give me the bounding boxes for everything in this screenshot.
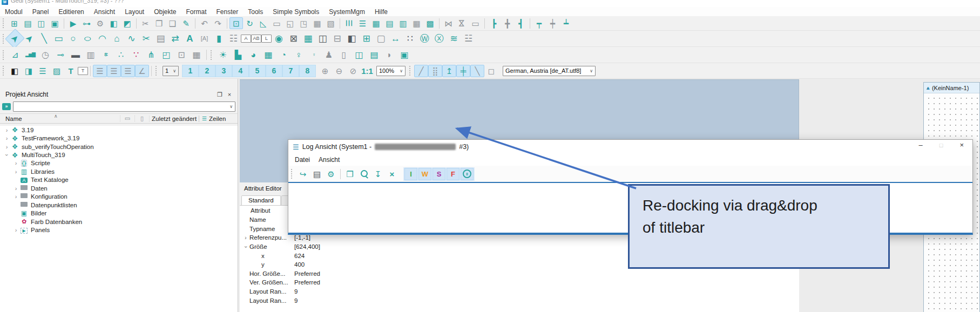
minimize-button[interactable]: – [919,141,923,149]
tree-item[interactable]: ›Panels [0,226,238,234]
filter-f-button[interactable]: F [447,168,459,180]
layout-table-icon[interactable]: ▦ [410,17,423,29]
toolbar-drag-handle[interactable] [211,50,214,60]
copy-icon[interactable]: ❐ [152,17,166,29]
attribute-row[interactable]: Layout Ran...9 [240,287,799,296]
symbol-marker-icon[interactable]: ♀ [306,48,321,62]
maximize-button[interactable]: □ [940,142,943,148]
distribute-columns-icon[interactable]: ☰ [343,17,355,30]
tree-item[interactable]: ›sub_verifyTouchOperation [0,143,238,151]
project-filter-input[interactable]: ∨ [13,101,235,112]
layer-select[interactable]: 1 ∨ [163,66,179,76]
float-panel-icon[interactable]: ❐ [215,90,225,99]
rotate-mode-icon[interactable]: ↻ [243,17,256,29]
open-panel-icon[interactable]: ▤ [21,17,35,29]
tree-expander-icon[interactable]: › [4,152,10,159]
slider-widget-icon[interactable]: ⊸ [53,48,68,62]
align-bottom-icon[interactable]: ┷ [559,17,573,29]
zoom-in-icon[interactable]: ⊕ [318,65,332,77]
fill-pattern-icon[interactable]: ▨ [50,65,64,77]
symbol-sun-icon[interactable]: ☀ [215,48,231,62]
filter-icon[interactable]: » [2,103,11,110]
symbol-gauge-icon[interactable]: ◔ [276,48,291,62]
embed-panel-widget-icon[interactable]: ⊞ [359,32,374,45]
lineedit-widget-icon[interactable]: L [261,35,272,43]
format-brush-icon[interactable]: ✎ [179,17,193,29]
select-mode-icon[interactable]: ⊡ [229,17,243,29]
tree-expander-icon[interactable]: › [3,144,10,150]
reshape-mode-icon[interactable]: ◺ [256,17,270,29]
attribute-row[interactable]: Hor. Größe...Preferred [240,269,799,279]
export-log-icon[interactable]: ↪ [296,167,310,180]
column-rows[interactable]: ☰ Zeilen [199,116,238,122]
filter-w-button[interactable]: W [418,168,431,180]
ungroup-icon[interactable]: ▧ [324,17,337,29]
symbol-document-icon[interactable]: ▯ [336,48,352,62]
layer-button-4[interactable]: 4 [232,65,249,77]
trend-widget-icon[interactable]: ⊿ [8,48,23,62]
run-panel-icon[interactable]: ▶ [66,17,80,29]
pause-log-button[interactable]: ‖ [461,168,474,180]
symbol-pie-chart-icon[interactable]: ◕ [246,48,261,62]
layer-button-7[interactable]: 7 [282,65,299,77]
snap-vertical-toggle-icon[interactable]: ↥ [442,65,456,77]
attribute-value[interactable]: [-1,-1] [294,234,310,241]
toolbar-drag-handle[interactable] [3,50,6,60]
attribute-row[interactable]: Ver. Größen...Preferred [240,278,799,287]
symbol-image-viewer-icon[interactable]: ▣ [397,48,412,62]
layout-mixed-icon[interactable]: ▩ [423,17,437,29]
tree-item[interactable]: ›Scripte [0,159,238,167]
layout-grid-icon[interactable]: ▦ [369,17,383,29]
panel-keinname-header[interactable]: ▲ (KeinName-1) [924,83,979,93]
web-widget-icon[interactable]: Ⓦ [417,32,432,45]
text-tool-icon[interactable]: A [183,32,197,45]
project-view-titlebar[interactable]: Projekt Ansicht ❐ × [0,89,238,100]
panel-topology-icon[interactable]: ◩ [120,17,134,29]
save-panel-icon[interactable]: ◫ [35,17,48,29]
clock-widget-icon[interactable]: ◷ [38,48,53,62]
tab-order-icon[interactable]: ⇄ [168,32,183,45]
piano-widget-icon[interactable]: ▤ [153,32,168,45]
send-to-back-icon[interactable]: ◳ [297,17,310,29]
flip-vertical-icon[interactable]: ⋈ [456,17,468,30]
frame-widget-icon[interactable]: ▢ [374,32,388,45]
column-last-modified[interactable]: Zuletzt geändert [149,116,199,122]
formula-widget-icon[interactable]: ⓧ [432,32,447,45]
column-desktop-icon[interactable]: ▭ [120,115,134,122]
tree-expander-icon[interactable]: › [3,127,10,133]
node-connection-widget-icon[interactable]: ∴ [113,48,129,62]
layers-widget-icon[interactable]: ☳ [461,32,476,45]
toolbar-drag-handle[interactable] [3,66,6,76]
rectangle-tool-icon[interactable]: ▭ [51,32,66,45]
menu-simple-symbols[interactable]: Simple Symbols [268,7,324,16]
panel-navigator-icon[interactable]: ◧ [107,17,120,29]
spacer-widget-icon[interactable]: ↔ [388,32,403,45]
toolbar-drag-handle[interactable] [156,66,159,76]
snap-line-toggle-icon[interactable]: ╲ [470,65,484,77]
menu-format[interactable]: Format [181,7,212,16]
tree-item[interactable]: ›TestFramework_3.19 [0,134,238,142]
zoom-original-icon[interactable]: ⊘ [346,65,360,77]
tree-item[interactable]: ›Konfiguration [0,193,238,201]
column-mobile-icon[interactable]: ▯ [134,115,149,122]
scroll-to-end-icon[interactable]: ↧ [371,167,385,180]
attribute-expander-icon[interactable]: › [242,235,249,241]
filter-i-button[interactable]: I [404,168,417,180]
menu-ansicht[interactable]: Ansicht [89,7,120,16]
tree-expander-icon[interactable]: › [12,185,19,192]
grid-lines-toggle-icon[interactable]: ╱ [414,65,428,77]
menu-ansicht[interactable]: Ansicht [314,154,344,166]
zoom-level-select[interactable]: 100% ∨ [376,66,405,76]
tree-item[interactable]: ›Libraries [0,167,238,175]
text-frame-icon[interactable]: [A] [197,32,212,45]
combobox-widget-icon[interactable]: ⊟ [330,32,344,45]
bar-trend-widget-icon[interactable]: ▂▅▇ [23,48,38,62]
tab-standard[interactable]: Standard [241,195,281,205]
attribute-value[interactable]: 9 [294,297,298,304]
attribute-row[interactable]: Layout Ran...9 [240,296,799,305]
multi-select-tool-icon[interactable]: ➤ [19,29,39,49]
node-widget-icon[interactable]: ∷ [403,32,417,45]
tree-item[interactable]: Text Kataloge [0,176,238,184]
tree-item[interactable]: ›Daten [0,184,238,192]
filter-s-button[interactable]: S [432,168,445,180]
